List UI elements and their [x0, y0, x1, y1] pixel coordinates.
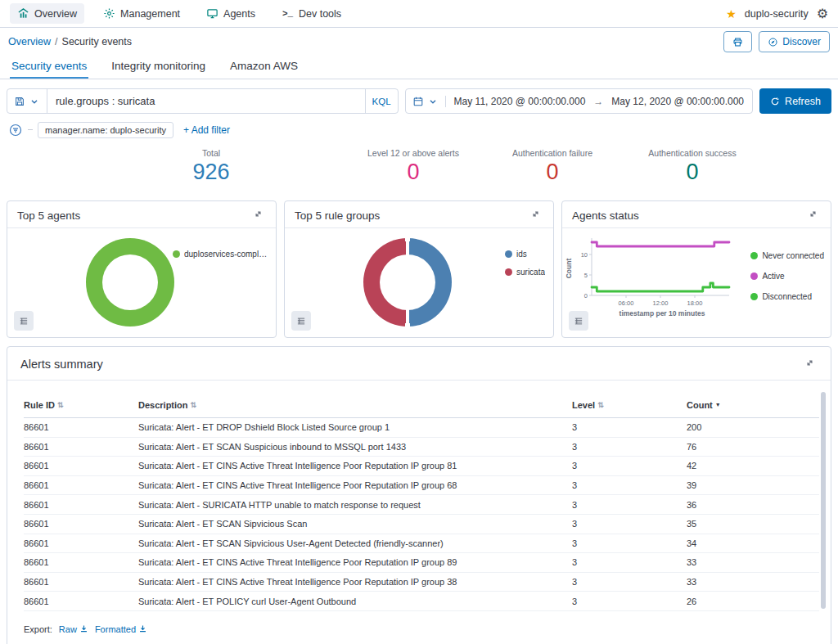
legend-item[interactable]: suricata: [505, 268, 545, 277]
table-row[interactable]: 86601 Suricata: Alert - ET CINS Active T…: [24, 457, 819, 476]
alerts-summary-panel: Alerts summary Rule ID ⇅ Description ⇅ L…: [7, 346, 831, 644]
cell-level: 3: [572, 442, 687, 452]
col-header-rule-id[interactable]: Rule ID ⇅: [24, 400, 138, 410]
cell-description: Suricata: Alert - ET CINS Active Threat …: [138, 557, 572, 567]
show-table-button[interactable]: [291, 311, 311, 331]
filter-pill-manager-name[interactable]: manager.name: duplo-security: [38, 122, 173, 138]
date-picker-menu-button[interactable]: [406, 96, 446, 107]
legend-dot: [505, 268, 512, 276]
search-input[interactable]: [47, 89, 365, 113]
nav-tab-agents[interactable]: Agents: [199, 3, 263, 24]
breadcrumb-overview-link[interactable]: Overview: [8, 36, 51, 47]
table-row[interactable]: 86601 Suricata: Alert - ET DROP Dshield …: [24, 418, 819, 438]
stat-value[interactable]: 0: [606, 160, 778, 185]
expand-icon[interactable]: [804, 358, 818, 371]
legend-dot: [750, 272, 758, 280]
export-raw-link[interactable]: Raw: [59, 624, 88, 634]
query-language-badge[interactable]: KQL: [365, 89, 398, 113]
legend-label: duploservices-compliance-su...: [184, 250, 268, 259]
col-label: Rule ID: [24, 400, 55, 410]
col-header-description[interactable]: Description ⇅: [138, 400, 572, 410]
svg-text:06:00: 06:00: [619, 299, 634, 307]
cell-description: Suricata: Alert - ET CINS Active Threat …: [138, 480, 572, 490]
alerts-table: Rule ID ⇅ Description ⇅ Level ⇅ Count ▼ …: [24, 392, 819, 611]
tab-integrity-monitoring[interactable]: Integrity monitoring: [110, 56, 207, 79]
show-table-button[interactable]: [569, 311, 588, 331]
legend-item[interactable]: Never connected: [750, 251, 824, 260]
nav-tab-overview[interactable]: Overview: [10, 3, 84, 24]
add-filter-link[interactable]: + Add filter: [183, 124, 230, 136]
legend-label: Disconnected: [762, 292, 812, 301]
table-row[interactable]: 86601 Suricata: Alert - ET CINS Active T…: [24, 573, 819, 592]
show-table-button[interactable]: [14, 311, 34, 331]
download-icon: [79, 624, 88, 633]
export-formatted-link[interactable]: Formatted: [95, 624, 147, 634]
expand-icon[interactable]: [253, 209, 266, 222]
refresh-icon: [770, 97, 780, 106]
calendar-icon: [412, 96, 424, 107]
refresh-button[interactable]: Refresh: [759, 88, 831, 114]
top-rule-groups-donut-chart[interactable]: [363, 238, 452, 327]
download-icon: [138, 624, 147, 633]
panel-title: Top 5 rule groups: [295, 209, 380, 222]
table-row[interactable]: 86601 Suricata: Alert - ET CINS Active T…: [24, 553, 819, 573]
cell-count: 200: [687, 422, 801, 432]
filter-options-icon[interactable]: [8, 123, 23, 137]
stat-level-12: Level 12 or above alerts 0: [328, 148, 498, 192]
top-agents-donut-chart[interactable]: [86, 238, 174, 327]
nav-tab-dev-tools[interactable]: >_ Dev tools: [274, 3, 349, 24]
table-row[interactable]: 86601 Suricata: Alert - ET SCAN Sipvicio…: [24, 515, 819, 534]
y-axis-label: Count: [565, 244, 573, 293]
table-row[interactable]: 86601 Suricata: Alert - SURICATA HTTP un…: [24, 495, 819, 515]
col-header-level[interactable]: Level ⇅: [572, 400, 687, 410]
table-row[interactable]: 86601 Suricata: Alert - ET POLICY curl U…: [24, 592, 819, 611]
stats-row: Total 926 Level 12 or above alerts 0 Aut…: [94, 148, 838, 192]
stat-value[interactable]: 0: [328, 160, 498, 185]
top-nav-items: Overview Management Agents >_ Dev tools: [10, 3, 349, 24]
index-pattern-label[interactable]: duplo-security: [745, 8, 809, 20]
print-button[interactable]: [723, 31, 752, 52]
discover-button[interactable]: Discover: [759, 31, 830, 52]
legend-label: Active: [762, 272, 784, 281]
table-row[interactable]: 86601 Suricata: Alert - ET SCAN Sipvicio…: [24, 534, 819, 554]
agents-status-plot: 051006:0012:0018:00: [567, 233, 735, 308]
expand-icon[interactable]: [808, 209, 821, 222]
legend-item[interactable]: duploservices-compliance-su...: [173, 250, 268, 259]
expand-icon[interactable]: [530, 209, 543, 222]
legend-dot: [750, 293, 758, 300]
settings-gear-icon[interactable]: ⚙: [817, 6, 828, 21]
agents-status-chart[interactable]: Count 051006:0012:0018:00 timestamp per …: [567, 233, 741, 317]
table-row[interactable]: 86601 Suricata: Alert - ET SCAN Suspicio…: [24, 438, 819, 457]
saved-query-menu-button[interactable]: [7, 89, 47, 113]
stat-value[interactable]: 0: [498, 160, 606, 185]
tab-security-events[interactable]: Security events: [10, 56, 88, 79]
date-to[interactable]: May 12, 2020 @ 00:00:00.000: [603, 96, 752, 107]
cell-description: Suricata: Alert - ET SCAN Sipvicious Use…: [138, 538, 572, 548]
cell-description: Suricata: Alert - ET CINS Active Threat …: [138, 577, 572, 587]
stat-auth-success: Authentication success 0: [606, 148, 778, 192]
legend-item[interactable]: Active: [750, 272, 824, 281]
stat-auth-failure: Authentication failure 0: [498, 148, 606, 192]
cell-count: 34: [687, 538, 801, 548]
top-agents-legend: duploservices-compliance-su...: [173, 250, 268, 259]
scrollbar-thumb[interactable]: [821, 392, 826, 609]
nav-tab-label: Agents: [223, 8, 255, 20]
stat-label: Total: [94, 148, 328, 158]
date-from[interactable]: May 11, 2020 @ 00:00:00.000: [446, 96, 594, 107]
legend-item[interactable]: Disconnected: [750, 292, 824, 301]
cell-rule-id: 86601: [24, 461, 138, 471]
visualization-panels: Top 5 agents duploservices-compliance-su…: [7, 200, 831, 338]
cell-count: 33: [687, 557, 801, 567]
nav-tab-management[interactable]: Management: [96, 3, 187, 24]
col-header-count[interactable]: Count ▼: [687, 400, 801, 410]
table-scrollbar[interactable]: [821, 392, 826, 611]
cell-level: 3: [572, 519, 687, 529]
date-range-arrow-icon: →: [593, 96, 603, 107]
tab-amazon-aws[interactable]: Amazon AWS: [228, 56, 300, 79]
legend-item[interactable]: ids: [505, 250, 545, 259]
table-row[interactable]: 86601 Suricata: Alert - ET CINS Active T…: [24, 476, 819, 496]
export-formatted-label: Formatted: [95, 624, 136, 634]
stat-value[interactable]: 926: [94, 160, 328, 185]
cell-level: 3: [572, 597, 687, 606]
cell-rule-id: 86601: [24, 500, 138, 510]
